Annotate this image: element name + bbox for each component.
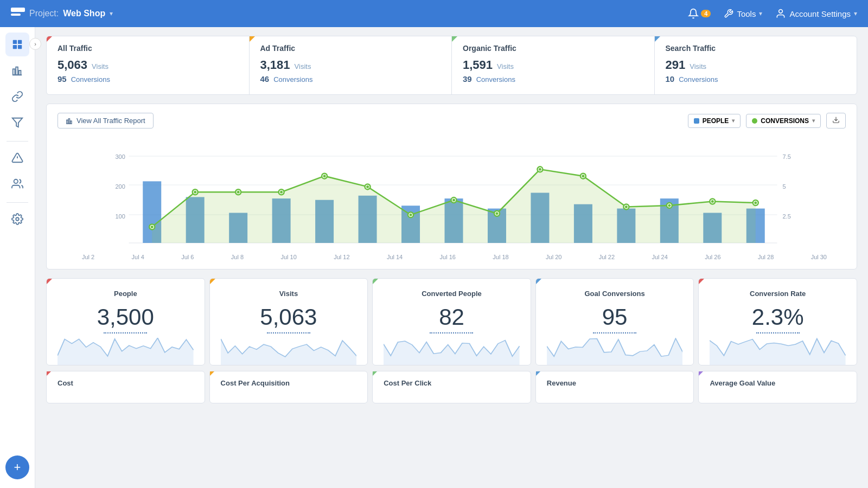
conversions-dropdown[interactable]: CONVERSIONS ▾ [746, 114, 821, 128]
project-dropdown-arrow: ▾ [110, 10, 113, 17]
bottom-indicator [536, 371, 540, 376]
svg-rect-15 [68, 118, 69, 123]
line-dot-inner [237, 191, 240, 194]
project-label: Project: [29, 9, 59, 18]
metric-underline [430, 332, 473, 333]
bell-icon [688, 8, 699, 19]
dashboard-icon [11, 38, 23, 50]
metric-title: Conversion Rate [710, 290, 846, 298]
bottom-card-cost-per-click[interactable]: Cost Per Click [372, 371, 531, 403]
sidebar-item-audience[interactable] [5, 172, 29, 196]
wrench-icon [724, 9, 733, 18]
chart-x-label: Jul 18 [493, 254, 508, 260]
notifications-badge: 4 [701, 10, 711, 17]
svg-rect-4 [18, 45, 22, 49]
metric-title: People [58, 290, 194, 298]
chart-x-label: Jul 2 [82, 254, 94, 260]
metric-title: Visits [221, 290, 357, 298]
link-icon [11, 91, 23, 102]
chart-x-label: Jul 20 [546, 254, 561, 260]
svg-rect-7 [19, 70, 21, 75]
bar-chart-small-icon [66, 117, 73, 125]
bottom-indicator [373, 371, 377, 376]
chart-x-label: Jul 22 [599, 254, 615, 260]
gear-icon [11, 213, 23, 225]
traffic-card-all-traffic[interactable]: All Traffic 5,063 Visits 95 Conversions [47, 36, 250, 94]
svg-rect-1 [13, 40, 17, 44]
visits-number: 3,181 [260, 58, 290, 72]
conversions-dropdown-label: CONVERSIONS [761, 117, 809, 125]
card-indicator [452, 36, 457, 42]
metric-value: 95 [547, 304, 683, 330]
sparkline [384, 338, 520, 365]
metric-indicator [210, 279, 215, 284]
chart-section: View All Traffic Report PEOPLE ▾ CONVERS… [46, 104, 857, 269]
sidebar-add-button[interactable]: + [5, 455, 29, 479]
traffic-card-organic-traffic[interactable]: Organic Traffic 1,591 Visits 39 Conversi… [452, 36, 655, 94]
header: Project: Web Shop ▾ 4 Tools ▾ Account Se… [0, 0, 868, 27]
svg-text:5: 5 [783, 183, 786, 190]
sparkline [58, 338, 194, 365]
chart-x-label: Jul 30 [811, 254, 827, 260]
project-selector[interactable]: Project: Web Shop ▾ [11, 8, 113, 20]
svg-text:100: 100 [116, 213, 125, 220]
people-dot [694, 118, 699, 124]
sidebar-item-links[interactable] [5, 85, 29, 108]
conversions-dot [752, 118, 757, 124]
people-icon [11, 178, 23, 190]
sidebar-item-alerts[interactable] [5, 146, 29, 170]
svg-point-0 [779, 10, 783, 14]
line-dot-inner [194, 191, 196, 194]
chart-x-label: Jul 8 [231, 254, 244, 260]
sidebar-item-analytics[interactable] [5, 59, 29, 82]
bottom-indicator [699, 371, 703, 376]
bottom-card-title: Revenue [547, 379, 683, 387]
sidebar-toggle[interactable]: › [29, 38, 41, 50]
people-dropdown[interactable]: PEOPLE ▾ [688, 114, 741, 128]
chart-x-label: Jul 16 [440, 254, 456, 260]
svg-marker-9 [12, 118, 22, 127]
metric-indicator [47, 279, 52, 284]
line-dot-inner [582, 175, 584, 177]
account-settings-button[interactable]: Account Settings ▾ [775, 8, 857, 19]
sidebar-item-dashboard[interactable] [5, 33, 29, 56]
chart-x-label: Jul 10 [280, 254, 296, 260]
bottom-card-revenue[interactable]: Revenue [535, 371, 694, 403]
bottom-card-average-goal-value[interactable]: Average Goal Value [698, 371, 857, 403]
metric-card-goal-conversions[interactable]: Goal Conversions 95 [535, 278, 694, 365]
line-dot-inner [452, 199, 455, 202]
traffic-cards-row: All Traffic 5,063 Visits 95 Conversions … [46, 36, 857, 95]
metric-card-visits[interactable]: Visits 5,063 [209, 278, 368, 365]
line-dot-inner [366, 185, 369, 188]
traffic-card-ad-traffic[interactable]: Ad Traffic 3,181 Visits 46 Conversions [250, 36, 452, 94]
metric-card-converted-people[interactable]: Converted People 82 [372, 278, 531, 365]
metric-card-people[interactable]: People 3,500 [46, 278, 205, 365]
chart-x-label: Jul 24 [652, 254, 667, 260]
bottom-card-title: Average Goal Value [710, 379, 846, 387]
bottom-card-cost-per-acquisition[interactable]: Cost Per Acquisition [209, 371, 368, 403]
view-report-button[interactable]: View All Traffic Report [58, 113, 154, 129]
line-dot-inner [495, 212, 498, 215]
line-dot-inner [711, 200, 714, 203]
conv-number: 39 [463, 74, 472, 84]
conv-label: Conversions [679, 75, 718, 84]
line-dot-inner [668, 204, 671, 207]
svg-rect-14 [67, 120, 68, 124]
metric-title: Goal Conversions [547, 290, 683, 298]
metric-title: Converted People [384, 290, 520, 298]
header-right: 4 Tools ▾ Account Settings ▾ [688, 8, 857, 19]
bottom-card-cost[interactable]: Cost [46, 371, 205, 403]
tools-button[interactable]: Tools ▾ [724, 9, 762, 18]
traffic-card-search-traffic[interactable]: Search Traffic 291 Visits 10 Conversions [655, 36, 857, 94]
metric-card-conversion-rate[interactable]: Conversion Rate 2.3% [698, 278, 857, 365]
sidebar-item-settings[interactable] [5, 207, 29, 231]
card-indicator [250, 36, 255, 42]
svg-rect-6 [16, 67, 18, 75]
card-title: All Traffic [58, 44, 238, 53]
line-dot-inner [151, 226, 154, 228]
download-button[interactable] [826, 113, 846, 129]
notifications-button[interactable]: 4 [688, 8, 711, 19]
svg-rect-2 [18, 40, 22, 44]
chart-x-label: Jul 26 [705, 254, 720, 260]
sidebar-item-filter[interactable] [5, 111, 29, 134]
